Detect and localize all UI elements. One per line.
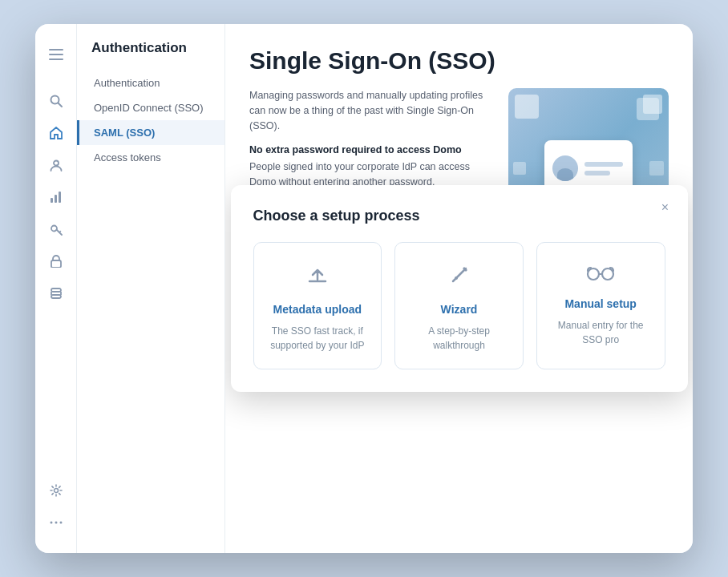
settings-icon[interactable] xyxy=(42,476,71,505)
app-container: Authentication Authentication OpenID Con… xyxy=(35,24,693,553)
manual-setup-title: Manual setup xyxy=(564,297,636,310)
metadata-upload-title: Metadata upload xyxy=(273,303,362,316)
svg-point-18 xyxy=(59,522,62,524)
nav-panel-title: Authentication xyxy=(77,40,224,71)
more-icon[interactable] xyxy=(42,508,71,537)
svg-point-19 xyxy=(455,276,458,280)
svg-line-4 xyxy=(58,103,62,107)
search-icon[interactable] xyxy=(42,87,71,115)
manual-setup-card[interactable]: Manual setup Manual entry for the SSO pr… xyxy=(536,242,665,369)
svg-point-5 xyxy=(54,161,59,166)
wizard-title: Wizard xyxy=(441,303,478,316)
manual-setup-desc: Manual entry for the SSO pro xyxy=(550,318,652,347)
svg-rect-11 xyxy=(51,288,61,292)
main-content: Single Sign-On (SSO) Managing passwords … xyxy=(225,24,693,553)
svg-rect-8 xyxy=(59,192,61,203)
nav-item-saml[interactable]: SAML (SSO) xyxy=(77,120,224,145)
svg-rect-1 xyxy=(49,54,63,55)
svg-point-21 xyxy=(602,268,613,280)
lock-icon[interactable] xyxy=(42,247,71,276)
glasses-icon xyxy=(586,262,615,288)
nav-item-openid[interactable]: OpenID Connect (SSO) xyxy=(77,95,224,120)
metadata-upload-desc: The SSO fast track, if supported by your… xyxy=(267,324,369,353)
sidebar-icons xyxy=(35,24,77,553)
svg-rect-12 xyxy=(51,295,61,298)
modal-overlay: × Choose a setup process Metadata upload… xyxy=(225,24,693,553)
wizard-desc: A step-by-step walkthrough xyxy=(408,324,510,353)
svg-point-17 xyxy=(55,522,57,524)
wizard-card[interactable]: Wizard A step-by-step walkthrough xyxy=(394,242,524,369)
setup-modal: × Choose a setup process Metadata upload… xyxy=(231,185,688,392)
svg-rect-7 xyxy=(55,195,57,203)
home-icon[interactable] xyxy=(42,119,71,147)
svg-point-15 xyxy=(54,489,58,493)
svg-rect-10 xyxy=(51,260,61,268)
svg-point-16 xyxy=(50,522,52,524)
metadata-upload-card[interactable]: Metadata upload The SSO fast track, if s… xyxy=(253,242,382,369)
nav-panel: Authentication Authentication OpenID Con… xyxy=(77,24,225,553)
nav-item-access-tokens[interactable]: Access tokens xyxy=(77,145,224,170)
nav-item-authentication[interactable]: Authentication xyxy=(77,71,224,95)
key-icon[interactable] xyxy=(42,215,71,244)
svg-point-20 xyxy=(588,268,599,280)
setup-options: Metadata upload The SSO fast track, if s… xyxy=(253,242,665,369)
svg-rect-6 xyxy=(51,198,53,203)
modal-close-button[interactable]: × xyxy=(656,198,675,217)
svg-rect-2 xyxy=(49,59,63,60)
database-icon[interactable] xyxy=(42,279,71,308)
menu-icon[interactable] xyxy=(42,40,71,69)
user-icon[interactable] xyxy=(42,151,71,180)
svg-rect-0 xyxy=(49,49,63,50)
chart-icon[interactable] xyxy=(42,183,71,212)
modal-title: Choose a setup process xyxy=(253,208,665,224)
upload-icon xyxy=(305,262,330,293)
svg-point-9 xyxy=(51,226,57,232)
wizard-icon xyxy=(447,262,472,293)
